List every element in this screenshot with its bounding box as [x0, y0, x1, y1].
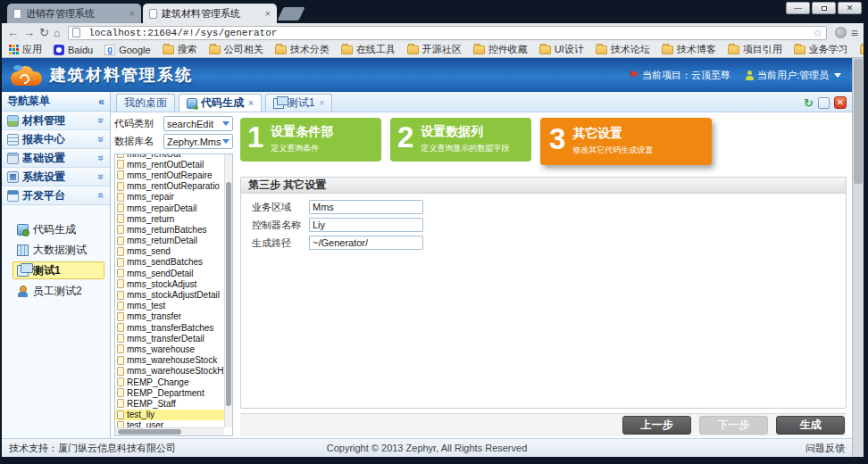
bookmark-item[interactable]: g Google: [104, 45, 150, 55]
scrollbar-thumb[interactable]: [118, 429, 181, 435]
tab-close-icon[interactable]: ×: [265, 8, 271, 19]
sidebar-group[interactable]: 材料管理: [2, 112, 110, 130]
browser-scrollbar[interactable]: [852, 58, 864, 457]
browser-tab[interactable]: 进销存管理系统 ×: [7, 4, 141, 23]
restore-button[interactable]: [812, 2, 836, 14]
bookmark-item[interactable]: g 技术博客: [662, 43, 716, 56]
tab-close-icon[interactable]: ×: [248, 98, 254, 108]
filter-combobox[interactable]: searchEdit: [163, 116, 233, 131]
address-bar[interactable]: localhost:21604/#!/sys/generator ☆: [68, 26, 827, 40]
vertical-scrollbar[interactable]: [224, 154, 232, 427]
table-list-item[interactable]: mms_warehouse: [115, 344, 224, 354]
minimize-button[interactable]: —: [786, 2, 810, 14]
bookmark-item[interactable]: g 应用: [9, 43, 42, 56]
browser-tab-title: 进销存管理系统: [26, 7, 126, 21]
wizard-button[interactable]: 生成: [776, 416, 845, 435]
table-list-item[interactable]: mms_rentOutRepaire: [115, 170, 224, 180]
table-list-item[interactable]: mms_test: [115, 301, 224, 311]
table-list-item[interactable]: mms_stockAdjustDetail: [115, 289, 224, 300]
bookmark-item[interactable]: g 待读: [860, 43, 864, 56]
bookmark-item[interactable]: g 业务学习: [794, 43, 848, 56]
bookmark-star-icon[interactable]: ☆: [813, 27, 822, 39]
scrollbar-thumb[interactable]: [226, 182, 231, 406]
table-list-item[interactable]: mms_sendDetail: [115, 268, 224, 278]
table-list-item[interactable]: REMP_Staff: [115, 398, 224, 409]
table-list-item[interactable]: mms_warehouseStockH: [115, 366, 224, 377]
bookmark-item[interactable]: g 公司相关: [209, 43, 263, 56]
text-input[interactable]: [309, 236, 423, 250]
current-user-menu[interactable]: 当前用户:管理员: [745, 69, 841, 82]
close-button[interactable]: ✕: [838, 2, 862, 14]
table-list-item[interactable]: mms_transfer: [115, 311, 224, 322]
table-list-item[interactable]: test_user: [115, 420, 224, 427]
filter-combobox[interactable]: Zephyr.Mms: [163, 134, 233, 149]
forward-icon[interactable]: →: [23, 27, 35, 38]
globe-icon[interactable]: [835, 27, 847, 38]
wizard-button[interactable]: 下一步: [699, 416, 768, 435]
wizard-button[interactable]: 上一步: [622, 416, 691, 435]
tab-close-icon[interactable]: ×: [129, 8, 135, 19]
table-list-item[interactable]: test_liy: [115, 410, 224, 420]
bookmark-item[interactable]: g 开源社区: [407, 43, 462, 56]
table-list-item[interactable]: REMP_Change: [115, 377, 224, 387]
table-list-item[interactable]: mms_returnBatches: [115, 224, 224, 235]
back-icon[interactable]: ←: [7, 27, 19, 38]
table-list-item[interactable]: mms_send: [115, 246, 224, 257]
bookmark-item[interactable]: g Baidu: [54, 45, 93, 55]
table-list-item[interactable]: mms_repairDetail: [115, 203, 224, 213]
bookmark-item[interactable]: g 技术论坛: [596, 43, 650, 56]
sidebar-collapse-icon[interactable]: «: [98, 95, 104, 108]
bookmark-item[interactable]: g 搜索: [163, 43, 197, 56]
sidebar-group[interactable]: 基础设置: [2, 149, 110, 168]
sidebar-group[interactable]: 报表中心: [2, 130, 110, 149]
text-input[interactable]: [309, 200, 423, 214]
step-number: 2: [397, 123, 413, 154]
workspace-tab[interactable]: 测试1 ×: [265, 94, 333, 112]
sidebar-group[interactable]: 系统设置: [2, 168, 110, 186]
refresh-icon[interactable]: ↻: [804, 97, 814, 109]
close-panel-icon[interactable]: ✕: [834, 96, 847, 109]
table-list-item[interactable]: mms_stockAdjust: [115, 278, 224, 289]
table-list-item[interactable]: mms_rentOutDetail: [115, 159, 224, 170]
table-name: REMP_Department: [127, 388, 204, 398]
horizontal-scrollbar[interactable]: [115, 427, 224, 435]
feedback-link[interactable]: 问题反馈: [805, 442, 845, 455]
bookmark-item[interactable]: g 在线工具: [341, 43, 396, 56]
table-list-item[interactable]: REMP_Department: [115, 387, 224, 398]
bookmark-item[interactable]: g 技术分类: [275, 43, 330, 56]
tab-close-icon[interactable]: ×: [320, 98, 325, 108]
table-list-item[interactable]: mms_warehouseStock: [115, 355, 224, 366]
wizard-step[interactable]: 2 设置数据列 定义查询显示的数据字段: [390, 118, 531, 162]
wizard-step[interactable]: 3 其它设置 修改其它代码生成设置: [540, 118, 712, 165]
scrollbar-thumb[interactable]: [854, 59, 863, 184]
table-list-item[interactable]: mms_return: [115, 213, 224, 224]
sidebar-group[interactable]: 开发平台: [2, 186, 110, 205]
home-icon[interactable]: ⌂: [54, 28, 60, 38]
menu-icon[interactable]: ≡: [851, 26, 858, 40]
table-list-item[interactable]: mms_sendBatches: [115, 257, 224, 268]
new-tab-button[interactable]: [278, 7, 305, 21]
table-list-item[interactable]: mms_transferDetail: [115, 333, 224, 344]
wizard-step[interactable]: 1 设置条件部 定义查询条件: [240, 118, 381, 162]
sidebar-submenu-item[interactable]: 测试1: [13, 261, 104, 279]
text-input[interactable]: [309, 218, 423, 232]
browser-tab[interactable]: 建筑材料管理系统 ×: [143, 4, 277, 23]
maximize-icon[interactable]: [818, 97, 830, 109]
bookmark-item[interactable]: g 项目引用: [728, 43, 782, 56]
sidebar-submenu-item[interactable]: 员工测试2: [13, 282, 104, 300]
reload-icon[interactable]: ↻: [39, 27, 49, 38]
table-list-item[interactable]: mms_repair: [115, 192, 224, 203]
table-list-item[interactable]: mms_rentOutReparatio: [115, 181, 224, 192]
step-description: 定义查询条件: [271, 143, 333, 154]
workspace-tab[interactable]: 我的桌面 ×: [116, 94, 175, 112]
workspace-tab[interactable]: 代码生成 ×: [179, 94, 262, 112]
table-list-item[interactable]: mms_transferBatches: [115, 322, 224, 333]
bookmark-item[interactable]: g UI设计: [539, 43, 584, 56]
sidebar-group-label: 系统设置: [22, 170, 65, 185]
sidebar-submenu-item[interactable]: 代码生成: [13, 220, 104, 238]
bookmark-item[interactable]: g 控件收藏: [473, 43, 528, 56]
form-row: 生成路径: [252, 236, 835, 250]
sidebar-submenu-item[interactable]: 大数据测试: [13, 241, 104, 259]
table-list-item[interactable]: mms_returnDetail: [115, 236, 224, 246]
table-name: mms_stockAdjustDetail: [127, 290, 220, 300]
